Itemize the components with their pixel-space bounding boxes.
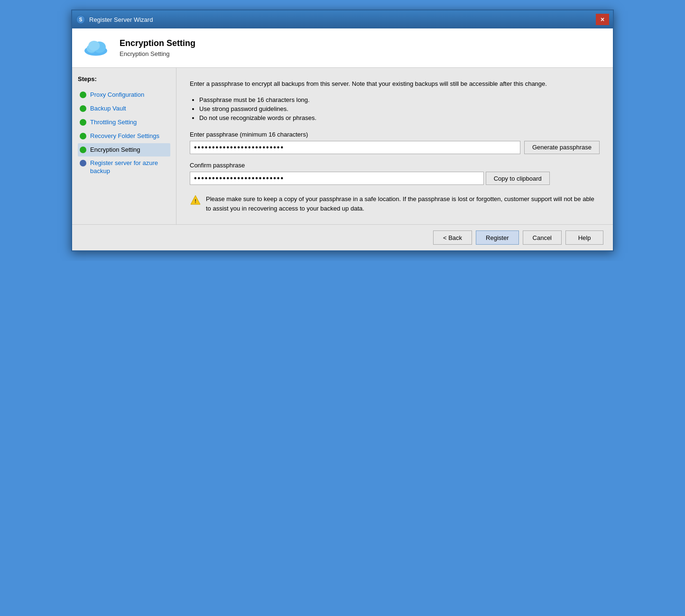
main-content: Steps: Proxy Configuration Backup Vault … [72,68,613,224]
bullet-list: Passphrase must be 16 characters long. U… [199,96,600,121]
bullet-item-2: Use strong password guidelines. [199,105,600,112]
sidebar: Steps: Proxy Configuration Backup Vault … [72,68,176,224]
svg-text:S: S [79,17,83,22]
confirm-label: Confirm passphrase [190,162,600,169]
warning-icon: ! [190,194,201,206]
passphrase-row: Generate passphrase [190,141,600,154]
header-area: Encryption Setting Encryption Setting [72,28,613,68]
window-title: Register Server Wizard [89,16,153,23]
dot-icon [80,92,86,98]
close-button[interactable]: × [596,14,609,25]
back-button[interactable]: < Back [433,230,472,245]
cancel-button[interactable]: Cancel [523,230,562,245]
intro-text: Enter a passphrase to encrypt all backup… [190,79,600,89]
dot-icon [80,147,86,153]
sidebar-item-label: Recovery Folder Settings [90,132,159,140]
sidebar-item-label: Proxy Configuration [90,91,144,99]
copy-to-clipboard-button[interactable]: Copy to clipboard [486,172,550,185]
dot-icon [80,133,86,139]
sidebar-item-label: Throttling Setting [90,119,137,127]
sidebar-item-label: Backup Vault [90,105,126,113]
sidebar-item-throttling-setting[interactable]: Throttling Setting [78,116,170,129]
dot-icon [80,119,86,126]
footer: < Back Register Cancel Help [72,224,613,250]
register-button[interactable]: Register [476,230,518,245]
sidebar-item-recovery-folder-settings[interactable]: Recovery Folder Settings [78,129,170,143]
generate-passphrase-button[interactable]: Generate passphrase [524,141,600,154]
svg-point-5 [88,41,100,51]
page-subtitle: Encryption Setting [120,50,195,57]
sidebar-item-backup-vault[interactable]: Backup Vault [78,102,170,116]
content-area: Enter a passphrase to encrypt all backup… [176,68,613,224]
passphrase-label: Enter passphrase (minimum 16 characters) [190,131,600,138]
bullet-item-3: Do not use recognizable words or phrases… [199,114,600,121]
dot-icon [80,105,86,112]
steps-label: Steps: [78,75,170,83]
warning-box: ! Please make sure to keep a copy of you… [190,194,600,213]
warning-text: Please make sure to keep a copy of your … [206,194,600,213]
confirm-passphrase-input[interactable] [190,172,484,185]
sidebar-item-proxy-configuration[interactable]: Proxy Configuration [78,88,170,102]
header-text: Encryption Setting Encryption Setting [120,38,195,57]
sidebar-item-label: Register server for azure backup [90,159,168,175]
sidebar-item-label: Encryption Setting [90,146,140,154]
cloud-icon [82,36,110,60]
page-title: Encryption Setting [120,38,195,48]
sidebar-item-register-server[interactable]: Register server for azure backup [78,156,170,178]
titlebar: S Register Server Wizard × [72,10,613,28]
bullet-item-1: Passphrase must be 16 characters long. [199,96,600,103]
app-icon: S [76,15,85,24]
help-button[interactable]: Help [565,230,603,245]
main-window: S Register Server Wizard × Encryption Se… [71,9,614,251]
passphrase-input[interactable] [190,141,520,154]
sidebar-item-encryption-setting[interactable]: Encryption Setting [78,143,170,157]
titlebar-left: S Register Server Wizard [76,15,153,24]
svg-text:!: ! [194,198,196,204]
dot-icon [80,160,86,166]
